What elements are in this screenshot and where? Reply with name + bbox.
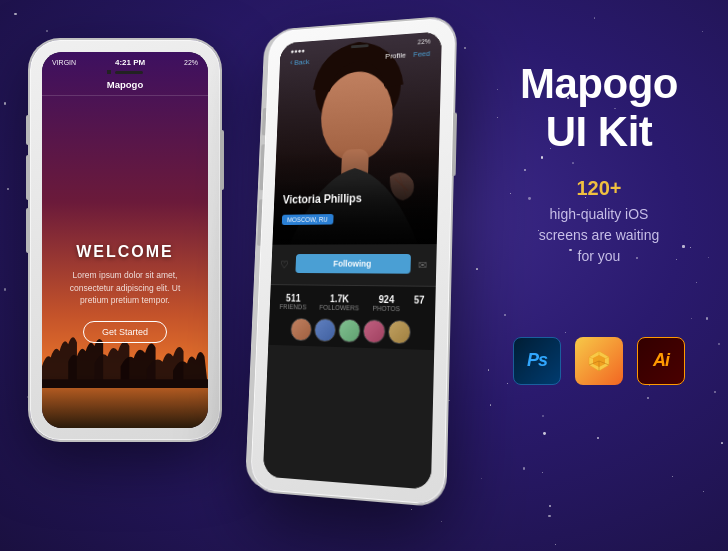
mini-avatar-1 (290, 318, 312, 342)
location-badge: MOSCOW, RU (282, 214, 334, 225)
info-area: Mapogo UI Kit 120+ high-quality iOSscree… (460, 0, 728, 415)
ai-label: Ai (653, 350, 669, 371)
svg-rect-0 (42, 379, 208, 388)
back-button[interactable]: ‹ Back (290, 57, 310, 67)
profile-stats: 511 FRIENDS 1.7K FOLLOWERS 924 PHOTOS (270, 284, 436, 317)
phone-left-side-btn-vol-up (26, 155, 30, 200)
notch-area (42, 69, 208, 76)
stat-photos: 924 PHOTOS (372, 294, 400, 312)
friends-count: 511 (280, 293, 307, 304)
tools-section: Ps Ai (513, 337, 685, 385)
stat-extra: 57 (414, 295, 425, 313)
mini-avatar-5 (388, 320, 411, 344)
phone-left-side-btn-mute (26, 115, 30, 145)
speaker-grille (115, 71, 143, 74)
phone-screen-right: ●●●● 22% ‹ Back Profile (263, 31, 442, 489)
camera-dot (107, 70, 111, 74)
page-content: VIRGIN 4:21 PM 22% Mapogo WELCOME Lo (0, 0, 728, 551)
friends-label: FRIENDS (279, 303, 306, 310)
photos-count: 924 (373, 294, 401, 305)
subtitle-highlight: 120+ (576, 177, 621, 200)
welcome-title: WELCOME (57, 243, 193, 261)
phone-right: ●●●● 22% ‹ Back Profile (250, 17, 455, 505)
illustrator-icon: Ai (637, 337, 685, 385)
stat-friends: 511 FRIENDS (279, 293, 306, 311)
phone-left-side-btn-right (220, 130, 224, 190)
svg-rect-5 (341, 149, 369, 188)
get-started-button[interactable]: Get Started (83, 321, 167, 343)
photos-label: PHOTOS (372, 305, 400, 312)
stat-followers: 1.7K FOLLOWERS (319, 293, 359, 311)
phones-area: VIRGIN 4:21 PM 22% Mapogo WELCOME Lo (0, 0, 460, 551)
profile-avatars (268, 312, 435, 350)
photoshop-icon: Ps (513, 337, 561, 385)
tab-profile[interactable]: Profile (385, 50, 406, 60)
extra-count: 57 (414, 295, 425, 306)
battery-text: 22% (184, 59, 198, 66)
mini-avatar-2 (314, 318, 336, 342)
phone-left-side-btn-vol-down (26, 208, 30, 253)
followers-count: 1.7K (320, 293, 360, 304)
welcome-body: Lorem ipsum dolor sit amet,consectetur a… (57, 269, 193, 307)
sketch-logo-svg (585, 347, 613, 375)
kit-title: Mapogo UI Kit (520, 60, 678, 157)
profile-tabs: Profile Feed (385, 49, 430, 61)
followers-label: FOLLOWERS (319, 304, 359, 312)
location-row: MOSCOW, RU (282, 207, 428, 226)
follow-button[interactable]: Following (295, 254, 411, 274)
phone-screen-left: VIRGIN 4:21 PM 22% Mapogo WELCOME Lo (42, 52, 208, 428)
welcome-content: WELCOME Lorem ipsum dolor sit amet,conse… (42, 243, 208, 343)
kit-title-line2: UI Kit (520, 108, 678, 156)
follow-row: ♡ Following ✉ (280, 254, 427, 277)
svg-line-6 (394, 178, 408, 191)
welcome-screen: VIRGIN 4:21 PM 22% Mapogo WELCOME Lo (42, 52, 208, 428)
status-bar-left: VIRGIN 4:21 PM 22% (42, 52, 208, 69)
status-time: 4:21 PM (115, 58, 145, 67)
profile-info-overlay: Victoria Phillips MOSCOW, RU (273, 190, 438, 230)
mini-avatar-4 (363, 319, 386, 343)
tab-feed[interactable]: Feed (413, 49, 430, 59)
mini-avatar-3 (338, 319, 361, 343)
phone-right-side-btn-right (452, 113, 457, 176)
sketch-icon (575, 337, 623, 385)
profile-screen: ●●●● 22% ‹ Back Profile (263, 31, 442, 489)
carrier-text: VIRGIN (52, 59, 76, 66)
ps-label: Ps (527, 350, 547, 371)
profile-actions-area: ♡ Following ✉ (280, 254, 427, 281)
subtitle-text: high-quality iOSscreens are waitingfor y… (539, 204, 660, 267)
phone-left: VIRGIN 4:21 PM 22% Mapogo WELCOME Lo (30, 40, 220, 440)
app-title-left: Mapogo (42, 76, 208, 96)
kit-title-line1: Mapogo (520, 60, 678, 108)
profile-name: Victoria Phillips (283, 190, 429, 206)
